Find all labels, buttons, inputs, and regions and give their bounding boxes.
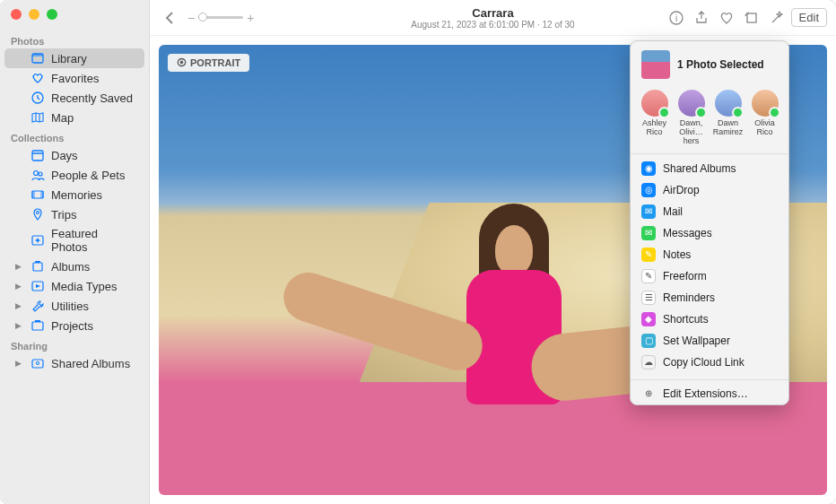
share-contact[interactable]: Olivia Rico bbox=[747, 90, 783, 146]
edit-button[interactable]: Edit bbox=[791, 8, 827, 27]
svg-point-7 bbox=[37, 212, 39, 214]
share-title: 1 Photo Selected bbox=[677, 58, 764, 71]
close-button[interactable] bbox=[11, 9, 22, 20]
svg-point-14 bbox=[36, 361, 39, 364]
projects-icon bbox=[30, 318, 45, 333]
messages-badge-icon bbox=[769, 107, 780, 118]
sidebar-item-featured-photos[interactable]: Featured Photos bbox=[4, 224, 144, 256]
share-option-messages[interactable]: ✉Messages bbox=[631, 222, 788, 244]
app-icon: ☁ bbox=[641, 355, 656, 369]
share-option-shortcuts[interactable]: ◆Shortcuts bbox=[631, 308, 788, 330]
toolbar: − + Carrara August 21, 2023 at 6:01:00 P… bbox=[150, 0, 836, 36]
share-popover: 1 Photo Selected Ashley RicoDawn, Olivi…… bbox=[630, 40, 789, 405]
share-contact[interactable]: Dawn, Olivi…hers bbox=[674, 90, 710, 146]
sidebar-item-label: Library bbox=[51, 52, 87, 65]
sidebar-item-label: Featured Photos bbox=[51, 227, 137, 254]
info-button[interactable]: i bbox=[666, 7, 687, 29]
svg-text:i: i bbox=[675, 13, 676, 23]
share-button[interactable] bbox=[691, 7, 712, 29]
share-option-label: Reminders bbox=[663, 291, 715, 304]
chevron-right-icon: ▶ bbox=[15, 359, 24, 368]
svg-point-4 bbox=[34, 171, 39, 176]
window-controls bbox=[0, 5, 149, 30]
edit-extensions-item[interactable]: ⊕ Edit Extensions… bbox=[631, 383, 788, 404]
sidebar-item-media-types[interactable]: ▶Media Types bbox=[4, 276, 144, 296]
share-option-set-wallpaper[interactable]: ▢Set Wallpaper bbox=[631, 330, 788, 352]
maximize-button[interactable] bbox=[47, 9, 57, 20]
share-option-notes[interactable]: ✎Notes bbox=[631, 244, 788, 265]
share-option-freeform[interactable]: ✎Freeform bbox=[631, 265, 788, 287]
app-icon: ✎ bbox=[641, 269, 656, 283]
sidebar-item-people-pets[interactable]: People & Pets bbox=[4, 165, 144, 185]
svg-point-5 bbox=[39, 172, 42, 176]
sidebar-item-projects[interactable]: ▶Projects bbox=[4, 316, 144, 335]
share-option-label: Shortcuts bbox=[663, 313, 709, 326]
sidebar-item-label: People & Pets bbox=[51, 169, 125, 182]
zoom-slider[interactable]: − + bbox=[187, 11, 254, 25]
share-option-shared-albums[interactable]: ◉Shared Albums bbox=[631, 158, 788, 179]
messages-badge-icon bbox=[695, 107, 707, 118]
share-option-label: Copy iCloud Link bbox=[663, 356, 745, 369]
svg-rect-17 bbox=[747, 13, 756, 22]
rotate-button[interactable] bbox=[741, 7, 762, 29]
app-icon: ◎ bbox=[641, 183, 656, 197]
sidebar-item-trips[interactable]: Trips bbox=[4, 204, 144, 224]
messages-badge-icon bbox=[658, 107, 670, 118]
sidebar-item-albums[interactable]: ▶Albums bbox=[4, 256, 144, 276]
favorite-button[interactable] bbox=[716, 7, 737, 29]
heart-icon bbox=[30, 71, 45, 85]
share-option-label: AirDrop bbox=[663, 184, 700, 196]
library-icon bbox=[30, 51, 45, 65]
sidebar-item-favorites[interactable]: Favorites bbox=[4, 68, 144, 88]
minimize-button[interactable] bbox=[29, 9, 39, 20]
share-option-label: Set Wallpaper bbox=[663, 335, 730, 347]
contact-name: Dawn, Olivi…hers bbox=[674, 119, 710, 146]
share-thumbnail bbox=[641, 50, 670, 79]
share-option-label: Shared Albums bbox=[663, 162, 736, 175]
sidebar-item-label: Shared Albums bbox=[51, 357, 130, 370]
people-icon bbox=[30, 168, 45, 182]
back-button[interactable] bbox=[159, 7, 180, 29]
sidebar-item-days[interactable]: Days bbox=[4, 145, 144, 165]
svg-rect-13 bbox=[32, 360, 43, 368]
clock-icon bbox=[30, 91, 45, 105]
contact-name: Olivia Rico bbox=[747, 119, 783, 137]
sidebar-item-library[interactable]: Library bbox=[4, 48, 144, 68]
sidebar-item-recently-saved[interactable]: Recently Saved bbox=[4, 88, 144, 108]
main-panel: − + Carrara August 21, 2023 at 6:01:00 P… bbox=[150, 0, 836, 504]
chevron-right-icon: ▶ bbox=[15, 262, 24, 271]
contact-name: Dawn Ramirez bbox=[710, 119, 746, 137]
chevron-right-icon: ▶ bbox=[15, 301, 24, 310]
photo-subtitle: August 21, 2023 at 6:01:00 PM · 12 of 30 bbox=[411, 20, 574, 30]
sidebar-item-label: Media Types bbox=[51, 280, 117, 293]
share-option-label: Freeform bbox=[663, 270, 707, 282]
sidebar-item-memories[interactable]: Memories bbox=[4, 185, 144, 204]
share-contact[interactable]: Ashley Rico bbox=[637, 90, 673, 146]
share-option-copy-icloud-link[interactable]: ☁Copy iCloud Link bbox=[631, 352, 788, 373]
sidebar-item-shared-albums[interactable]: ▶Shared Albums bbox=[4, 353, 144, 373]
svg-rect-1 bbox=[32, 54, 43, 56]
autoenhance-button[interactable] bbox=[766, 7, 788, 29]
sidebar-item-label: Projects bbox=[51, 319, 93, 333]
share-option-airdrop[interactable]: ◎AirDrop bbox=[631, 179, 788, 201]
share-option-reminders[interactable]: ☰Reminders bbox=[631, 287, 788, 308]
portrait-badge: ⦿ PORTRAIT bbox=[168, 54, 249, 72]
avatar bbox=[752, 90, 779, 117]
calendar-icon bbox=[30, 148, 45, 162]
album-icon bbox=[30, 259, 45, 274]
memories-icon bbox=[30, 187, 45, 202]
share-option-mail[interactable]: ✉Mail bbox=[631, 201, 788, 222]
sparkle-icon bbox=[30, 233, 45, 248]
sidebar-item-label: Trips bbox=[51, 208, 76, 222]
sidebar-item-label: Map bbox=[51, 111, 74, 125]
contact-name: Ashley Rico bbox=[637, 119, 673, 137]
shared-icon bbox=[30, 356, 45, 370]
extensions-icon: ⊕ bbox=[641, 387, 656, 401]
sidebar-item-utilities[interactable]: ▶Utilities bbox=[4, 296, 144, 316]
sidebar-section-header: Photos bbox=[0, 30, 149, 48]
aperture-icon: ⦿ bbox=[177, 57, 187, 68]
sidebar-item-map[interactable]: Map bbox=[4, 108, 144, 127]
share-contact[interactable]: Dawn Ramirez bbox=[710, 90, 746, 146]
sidebar-section-header: Collections bbox=[0, 127, 149, 145]
share-option-label: Mail bbox=[663, 205, 683, 218]
